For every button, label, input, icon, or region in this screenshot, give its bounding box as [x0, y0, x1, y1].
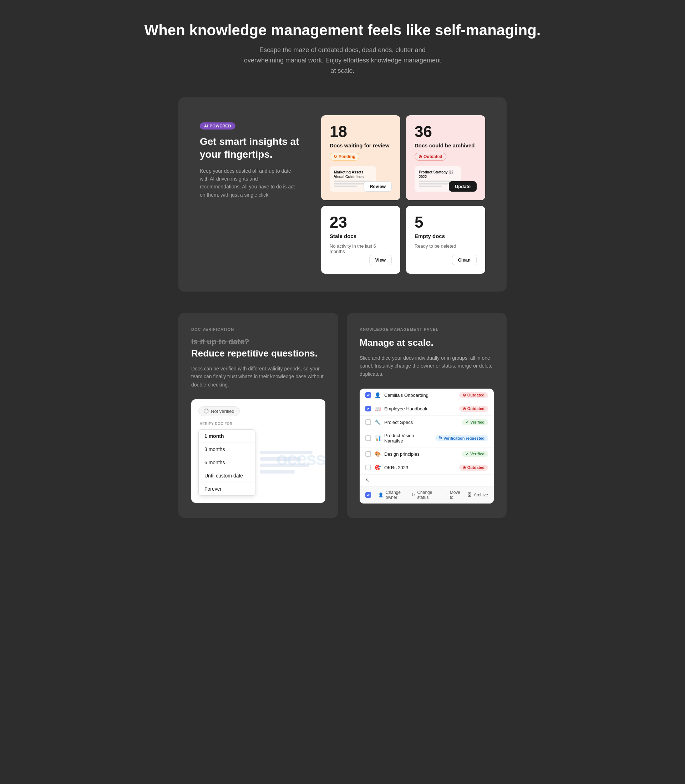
- refresh-icon: ↻: [411, 492, 415, 497]
- row1-status-label: Outdated: [467, 393, 484, 397]
- verify-option-3months[interactable]: 3 months: [199, 443, 255, 456]
- toolbar-archive-label: Archive: [474, 492, 488, 497]
- row1-checkbox[interactable]: [365, 392, 371, 398]
- row3-checkbox[interactable]: [365, 419, 371, 425]
- view-button[interactable]: View: [369, 255, 392, 265]
- pending-icon: ↻: [334, 154, 337, 159]
- row3-status-icon: ✓: [466, 420, 469, 425]
- doc-line-5: [419, 183, 449, 185]
- knowledge-panel-card: KNOWLEDGE MANAGEMENT PANEL Manage at sca…: [347, 313, 506, 518]
- stat-sublabel-empty: Ready to be deleted: [415, 243, 477, 249]
- main-card-title: Get smart insights at your fingertips.: [200, 135, 300, 161]
- clean-button[interactable]: Clean: [452, 255, 477, 265]
- row5-status: ✓ Verified: [462, 451, 488, 457]
- archive-icon: 🗄: [467, 492, 472, 497]
- table-row: 👤 Camilla's Onboarding ⊗ Outdated: [360, 389, 494, 402]
- verify-option-6months[interactable]: 6 months: [199, 456, 255, 469]
- verify-option-forever[interactable]: Forever: [199, 482, 255, 495]
- outdated-badge-label: Outdated: [424, 154, 442, 159]
- knowledge-panel-label: KNOWLEDGE MANAGEMENT PANEL: [360, 327, 494, 331]
- review-button[interactable]: Review: [364, 181, 392, 192]
- toolbar-change-status[interactable]: ↻ Change status: [411, 490, 436, 500]
- pending-badge-label: Pending: [339, 154, 355, 159]
- toolbar-change-owner[interactable]: 👤 Change owner: [378, 490, 404, 500]
- row6-status-icon: ⊗: [463, 465, 466, 470]
- ai-badge: AI POWERED: [200, 122, 235, 130]
- main-card-left: AI POWERED Get smart insights at your fi…: [200, 115, 300, 199]
- stat-number-stale: 23: [330, 214, 392, 230]
- row6-checkbox[interactable]: [365, 464, 371, 470]
- update-button[interactable]: Update: [449, 181, 477, 192]
- row4-checkbox[interactable]: [365, 435, 371, 441]
- stat-card-stale: 23 Stale docs No activity in the last 6 …: [321, 206, 400, 274]
- row6-status-label: Outdated: [467, 465, 484, 470]
- knowledge-panel-title: Manage at scale.: [360, 337, 494, 348]
- bottom-cards: DOC VERIFICATION Is it up to date? Reduc…: [179, 313, 506, 518]
- hero-section: When knowledge management feels like sel…: [7, 21, 678, 76]
- row5-icon: 🎨: [375, 451, 381, 457]
- table-row: 🔧 Project Specs ✓ Verified: [360, 416, 494, 429]
- row2-status: ⊗ Outdated: [459, 406, 488, 412]
- hero-title: When knowledge management feels like sel…: [7, 21, 678, 39]
- doc-preview-title-archive: Product Strategy Q2 2022: [419, 170, 457, 179]
- doc-verification-card: DOC VERIFICATION Is it up to date? Reduc…: [179, 313, 338, 518]
- row4-name: Product Vision Narrative: [384, 433, 432, 443]
- knowledge-panel-toolbar: 👤 Change owner ↻ Change status → Move to…: [360, 486, 494, 503]
- table-row: 📊 Product Vision Narrative ↻ Verificatio…: [360, 429, 494, 448]
- toolbar-move-to-label: Move to: [450, 490, 460, 500]
- arrow-icon: →: [443, 492, 448, 497]
- stat-label-empty: Empty docs: [415, 233, 477, 239]
- verify-option-custom[interactable]: Until custom date: [199, 469, 255, 482]
- verify-option-1month[interactable]: 1 month: [199, 430, 255, 443]
- row1-status-icon: ⊗: [463, 393, 466, 398]
- main-feature-card: AI POWERED Get smart insights at your fi…: [179, 97, 506, 292]
- stat-badge-outdated: ⊗ Outdated: [415, 153, 446, 161]
- stat-card-empty: 5 Empty docs Ready to be deleted Clean: [406, 206, 485, 274]
- row3-status: ✓ Verified: [462, 419, 488, 425]
- table-row: 🎯 OKRs 2023 ⊗ Outdated: [360, 461, 494, 475]
- not-verified-badge: Not verified: [198, 406, 240, 416]
- person-icon: 👤: [378, 492, 383, 497]
- row1-icon: 👤: [375, 392, 381, 398]
- toolbar-move-to[interactable]: → Move to: [443, 490, 460, 500]
- knowledge-panel-desc: Slice and dice your docs individually or…: [360, 354, 494, 378]
- toolbar-change-status-label: Change status: [417, 490, 436, 500]
- not-verified-label: Not verified: [211, 409, 234, 414]
- stat-card-review: 18 Docs waiting for review ↻ Pending Mar…: [321, 115, 400, 200]
- verify-dropdown[interactable]: 1 month 3 months 6 months Until custom d…: [198, 429, 255, 496]
- row2-status-label: Outdated: [467, 406, 484, 411]
- row2-status-icon: ⊗: [463, 406, 466, 411]
- row5-name: Design principles: [384, 451, 458, 457]
- cursor-row: ↖: [360, 475, 494, 486]
- row2-checkbox[interactable]: [365, 406, 371, 411]
- doc-preview-title-review: Marketing Assets Visual Guidelines: [334, 170, 372, 179]
- stat-number-archive: 36: [415, 124, 477, 140]
- toolbar-checkbox[interactable]: [365, 492, 371, 498]
- row3-name: Project Specs: [384, 420, 458, 425]
- row2-icon: 📖: [375, 406, 381, 411]
- stat-label-stale: Stale docs: [330, 233, 392, 239]
- row4-status-label: Verification requested: [443, 436, 484, 440]
- knowledge-panel-table: 👤 Camilla's Onboarding ⊗ Outdated 📖 Empl…: [360, 389, 494, 503]
- stat-card-archive: 36 Docs could be archived ⊗ Outdated Pro…: [406, 115, 485, 200]
- row6-icon: 🎯: [375, 464, 381, 470]
- row5-checkbox[interactable]: [365, 451, 371, 457]
- verification-panel: Not verified VERIFY DOC FOR 1 month 3 mo…: [191, 399, 325, 503]
- row3-status-label: Verified: [470, 420, 484, 424]
- doc-verification-desc: Docs can be verified with different vali…: [191, 365, 325, 389]
- row1-name: Camilla's Onboarding: [384, 393, 456, 398]
- stat-number-empty: 5: [415, 214, 477, 230]
- spinner-icon: [204, 409, 209, 414]
- stat-sublabel-stale: No activity in the last 6 months: [330, 243, 392, 254]
- cursor-icon: ↖: [365, 477, 370, 484]
- verify-for-label: VERIFY DOC FOR: [198, 422, 255, 426]
- doc-verification-title: Reduce repetitive questions.: [191, 348, 325, 359]
- toolbar-archive[interactable]: 🗄 Archive: [467, 492, 488, 497]
- table-row: 🎨 Design principles ✓ Verified: [360, 448, 494, 461]
- row4-status: ↻ Verification requested: [435, 435, 488, 441]
- doc-line-6: [419, 185, 442, 187]
- row6-status: ⊗ Outdated: [459, 464, 488, 471]
- row5-status-label: Verified: [470, 452, 484, 456]
- table-row: 📖 Employee Handbook ⊗ Outdated: [360, 402, 494, 416]
- doc-verification-label: DOC VERIFICATION: [191, 327, 325, 331]
